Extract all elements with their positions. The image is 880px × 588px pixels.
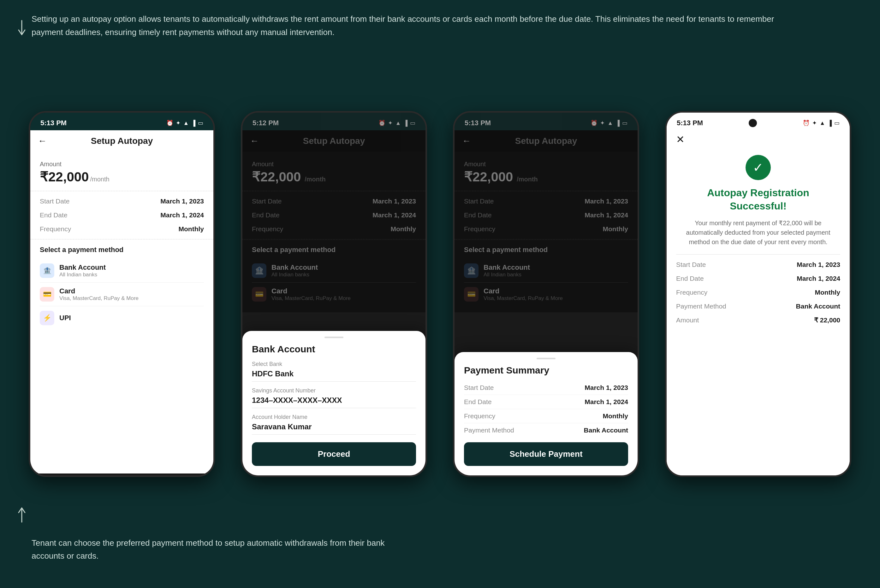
- header-2: ← Setup Autopay: [242, 130, 425, 152]
- bank-field-3: Account Holder Name Saravana Kumar: [252, 414, 416, 435]
- upi-icon-1: ⚡: [40, 311, 54, 325]
- amount-label-1: Amount: [40, 160, 204, 168]
- card-icon-1: 💳: [40, 287, 54, 302]
- detail-row-freq-4: Frequency Monthly: [676, 285, 840, 299]
- status-icons-4: ⏰ ✦ ▲ ▐ ▭: [803, 120, 839, 126]
- dimmed-payment-3: Select a payment method 🏦 Bank AccountAl…: [455, 239, 638, 312]
- bank-sheet-2: Bank Account Select Bank HDFC Bank Savin…: [242, 331, 425, 476]
- phone-1: 5:13 PM ⏰ ✦ ▲ ▐ ▭ ← Setup Autopay Amount: [29, 111, 215, 477]
- bank-field-2: Savings Account Number 1234–XXXX–XXXX–XX…: [252, 387, 416, 408]
- alarm-icon-2: ⏰: [378, 120, 385, 126]
- wifi-icon-2: ▲: [395, 120, 401, 126]
- status-icons-1: ⏰ ✦ ▲ ▐ ▭: [166, 120, 203, 126]
- summary-sheet-3: Payment Summary Start Date March 1, 2023…: [455, 352, 638, 476]
- amount-section-1: Amount ₹22,000 /month: [30, 152, 213, 191]
- alarm-icon-3: ⏰: [590, 120, 598, 126]
- bank-field-value-3[interactable]: Saravana Kumar: [252, 422, 416, 435]
- alarm-icon: ⏰: [166, 120, 173, 126]
- signal-icon: ▐: [191, 120, 195, 126]
- top-description: Setting up an autopay option allows tena…: [32, 13, 785, 39]
- dimmed-content-2: Amount ₹22,000 /month: [242, 152, 425, 191]
- status-bar-4: 5:13 PM ⏰ ✦ ▲ ▐ ▭: [667, 112, 850, 130]
- detail-row-method-4: Payment Method Bank Account: [676, 299, 840, 313]
- alarm-icon-4: ⏰: [803, 120, 809, 126]
- camera-dot-4: [749, 119, 757, 127]
- signal-icon-4: ▐: [827, 120, 832, 126]
- bank-field-value-1[interactable]: HDFC Bank: [252, 369, 416, 382]
- summary-row-end-3: End Date March 1, 2024: [464, 395, 628, 409]
- payment-upi-1[interactable]: ⚡ UPI: [40, 306, 204, 330]
- success-desc-4: Your monthly rent payment of ₹22,000 wil…: [676, 218, 840, 247]
- wifi-icon-3: ▲: [607, 120, 613, 126]
- upi-name-1: UPI: [59, 314, 71, 322]
- bank-field-label-1: Select Bank: [252, 361, 416, 368]
- bank-desc-1: All Indian banks: [59, 272, 106, 278]
- back-btn-1[interactable]: ←: [38, 136, 47, 146]
- wifi-icon-4: ▲: [819, 120, 825, 126]
- wifi-icon: ▲: [183, 120, 189, 126]
- payment-section-1: Select a payment method 🏦 Bank Account A…: [30, 239, 213, 336]
- battery-icon-2: ▭: [410, 120, 415, 126]
- bank-field-value-2[interactable]: 1234–XXXX–XXXX–XXXX: [252, 396, 416, 408]
- content-1: Amount ₹22,000 /month Start Date March 1…: [30, 152, 213, 474]
- payment-card-1[interactable]: 💳 Card Visa, MasterCard, RuPay & More: [40, 283, 204, 306]
- divider-4: [676, 254, 840, 255]
- phones-container: 5:13 PM ⏰ ✦ ▲ ▐ ▭ ← Setup Autopay Amount: [19, 69, 861, 519]
- proceed-button-2[interactable]: Proceed: [252, 442, 416, 466]
- time-3: 5:13 PM: [465, 119, 491, 127]
- screen-title-2: Setup Autopay: [303, 136, 365, 146]
- dimmed-rows-3: Start DateMarch 1, 2023 End DateMarch 1,…: [455, 191, 638, 239]
- bottom-arrow: [14, 505, 30, 525]
- sheet-title-2: Bank Account: [252, 344, 416, 355]
- payment-bank-1[interactable]: 🏦 Bank Account All Indian banks: [40, 259, 204, 283]
- header-1: ← Setup Autopay: [30, 130, 213, 152]
- payment-section-title-1: Select a payment method: [40, 246, 204, 254]
- info-row-start-1: Start Date March 1, 2023: [40, 194, 204, 208]
- phone-3: 5:13 PM ⏰ ✦ ▲ ▐ ▭ ← Setup Autopay Amount…: [453, 111, 639, 477]
- card-name-1: Card: [59, 287, 138, 295]
- summary-row-start-3: Start Date March 1, 2023: [464, 381, 628, 395]
- schedule-button-3[interactable]: Schedule Payment: [464, 442, 628, 466]
- bt-icon: ✦: [176, 120, 180, 126]
- dimmed-payment-2: Select a payment method 🏦 Bank AccountAl…: [242, 239, 425, 312]
- bt-icon-2: ✦: [388, 120, 393, 126]
- header-3: ← Setup Autopay: [455, 130, 638, 152]
- bank-icon-1: 🏦: [40, 263, 54, 278]
- bank-field-label-3: Account Holder Name: [252, 414, 416, 420]
- battery-icon: ▭: [198, 120, 203, 126]
- detail-row-amount-4: Amount ₹ 22,000: [676, 313, 840, 327]
- summary-row-freq-3: Frequency Monthly: [464, 409, 628, 423]
- success-title-4: Autopay RegistrationSuccessful!: [676, 186, 840, 213]
- info-row-freq-1: Frequency Monthly: [40, 222, 204, 236]
- info-row-end-1: End Date March 1, 2024: [40, 208, 204, 222]
- summary-title-3: Payment Summary: [464, 365, 628, 376]
- bank-field-label-2: Savings Account Number: [252, 387, 416, 394]
- top-arrow: [14, 19, 30, 40]
- phone-2: 5:12 PM ⏰ ✦ ▲ ▐ ▭ ← Setup Autopay Amount…: [241, 111, 427, 477]
- status-icons-3: ⏰ ✦ ▲ ▐ ▭: [590, 120, 628, 126]
- detail-row-end-4: End Date March 1, 2024: [676, 272, 840, 285]
- sheet-handle-2: [324, 337, 344, 338]
- bt-icon-3: ✦: [600, 120, 605, 126]
- bank-field-1: Select Bank HDFC Bank: [252, 361, 416, 382]
- back-btn-2: ←: [250, 136, 259, 146]
- battery-icon-3: ▭: [622, 120, 628, 126]
- screen-title-1: Setup Autopay: [91, 136, 153, 146]
- phone-4: 5:13 PM ⏰ ✦ ▲ ▐ ▭ ✕ ✓ Autopay: [665, 111, 851, 477]
- card-desc-1: Visa, MasterCard, RuPay & More: [59, 295, 138, 302]
- dimmed-content-3: Amount ₹22,000 /month: [455, 152, 638, 191]
- status-bar-1: 5:13 PM ⏰ ✦ ▲ ▐ ▭: [30, 112, 213, 130]
- success-icon-4: ✓: [746, 155, 771, 180]
- back-btn-3: ←: [462, 136, 471, 146]
- summary-row-method-3: Payment Method Bank Account: [464, 423, 628, 437]
- signal-icon-2: ▐: [403, 120, 407, 126]
- status-bar-2: 5:12 PM ⏰ ✦ ▲ ▐ ▭: [242, 112, 425, 130]
- detail-row-start-4: Start Date March 1, 2023: [676, 258, 840, 272]
- success-content-4: ✓ Autopay RegistrationSuccessful! Your m…: [667, 148, 850, 477]
- info-rows-1: Start Date March 1, 2023 End Date March …: [30, 191, 213, 239]
- close-icon-4[interactable]: ✕: [676, 134, 685, 145]
- time-4: 5:13 PM: [677, 119, 703, 127]
- time-2: 5:12 PM: [252, 119, 279, 127]
- signal-icon-3: ▐: [616, 120, 620, 126]
- close-btn-4[interactable]: ✕: [667, 130, 850, 148]
